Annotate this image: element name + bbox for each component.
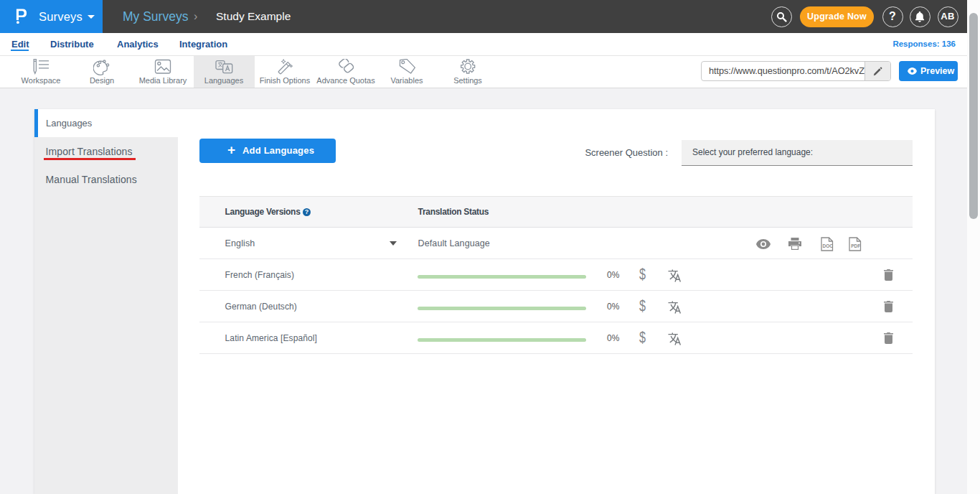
svg-text:DOC: DOC [823,243,834,248]
svg-text:PDF: PDF [851,243,860,248]
